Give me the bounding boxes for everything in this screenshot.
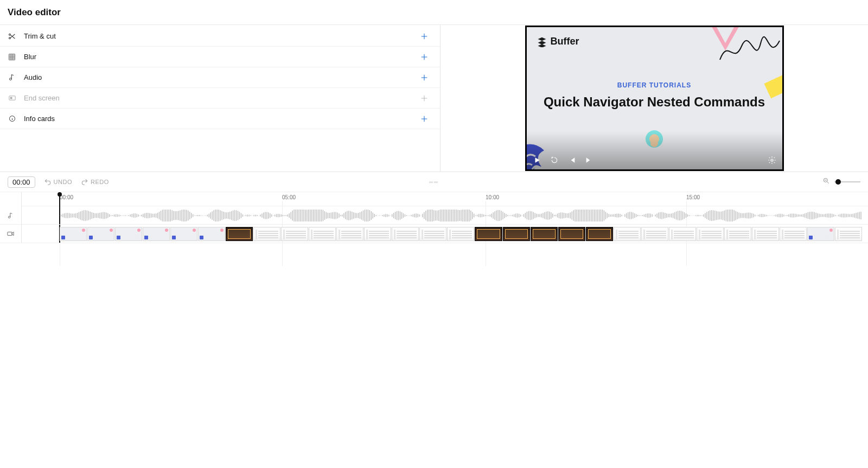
tool-audio-label: Audio [24,73,42,81]
video-thumb[interactable] [198,227,225,241]
video-thumb[interactable] [170,227,197,241]
tool-trim-label: Trim & cut [24,32,56,40]
audio-track-row[interactable] [22,206,868,225]
svg-point-9 [771,159,773,161]
preview-title: Quick Navigator Nested Commands [527,94,782,110]
decoration-scribble [717,33,782,71]
tool-trim-cut[interactable]: Trim & cut [0,26,440,47]
music-note-icon [8,73,16,82]
undo-button[interactable]: UNDO [44,178,72,186]
timeline-main[interactable]: 00:0005:0010:0015:00 [22,192,868,243]
video-thumb[interactable] [253,227,280,241]
video-thumb[interactable] [697,227,724,241]
tool-blur-label: Blur [24,53,36,61]
settings-icon[interactable] [767,155,777,165]
video-thumb[interactable] [724,227,751,241]
timeline-toolbar: 00:00 UNDO REDO ══ [0,172,868,192]
redo-label: REDO [91,179,109,185]
undo-label: UNDO [54,179,72,185]
audio-track-icon [0,206,21,225]
tool-audio[interactable]: Audio [0,67,440,88]
video-thumb[interactable] [60,227,87,241]
svg-point-3 [9,78,11,80]
video-thumb[interactable] [586,227,613,241]
zoom-control [822,177,860,187]
add-end-screen-button[interactable] [418,92,430,104]
svg-rect-12 [8,232,12,235]
skip-back-icon[interactable] [567,155,577,165]
video-thumb[interactable] [641,227,668,241]
ruler-tick: 10:00 [486,194,499,200]
video-thumb[interactable] [614,227,641,241]
video-thumbnails [60,227,863,241]
svg-point-0 [9,34,11,35]
video-thumb[interactable] [807,227,834,241]
video-thumb[interactable] [419,227,446,241]
tool-blur[interactable]: Blur [0,47,440,67]
video-thumb[interactable] [392,227,419,241]
brand: Buffer [537,36,579,47]
video-thumb[interactable] [475,227,502,241]
video-thumb[interactable] [558,227,585,241]
video-thumb[interactable] [281,227,308,241]
add-info-card-button[interactable] [418,113,430,125]
video-thumb[interactable] [835,227,862,241]
preview-panel: Buffer BUFFER TUTORIALS Quick Navigator … [441,25,868,172]
grid-icon [8,53,16,61]
video-track-icon [0,225,21,243]
skip-forward-icon[interactable] [584,155,594,165]
tool-end-screen[interactable]: End screen [0,88,440,109]
timeline: 00:0005:0010:0015:00 [0,192,868,243]
info-icon [8,115,16,123]
video-preview[interactable]: Buffer BUFFER TUTORIALS Quick Navigator … [525,26,784,171]
video-thumb[interactable] [531,227,558,241]
end-card-icon [8,94,16,103]
video-thumb[interactable] [87,227,114,241]
tools-panel: Trim & cut Blur Audio [0,25,441,172]
svg-point-1 [9,37,11,39]
svg-rect-2 [9,54,15,60]
tool-info-cards[interactable]: Info cards [0,109,440,129]
preview-controls [532,155,594,165]
zoom-slider[interactable] [834,181,860,182]
video-thumb[interactable] [669,227,696,241]
page-title: Video editor [8,7,61,18]
video-thumb[interactable] [503,227,530,241]
audio-waveform [60,210,863,222]
rewind-icon[interactable] [550,155,559,165]
video-thumb[interactable] [115,227,142,241]
ruler-tick: 05:00 [282,194,296,200]
video-thumb[interactable] [752,227,779,241]
video-track-row[interactable] [22,225,868,243]
timeline-ruler[interactable]: 00:0005:0010:0015:00 [22,192,868,206]
header: Video editor [0,0,868,25]
current-time-input[interactable]: 00:00 [8,176,35,188]
brand-logo-icon [537,36,547,47]
add-blur-button[interactable] [418,51,430,63]
zoom-out-icon[interactable] [822,177,830,187]
video-thumb[interactable] [447,227,474,241]
video-thumb[interactable] [336,227,363,241]
timeline-gutter [0,192,22,243]
add-audio-button[interactable] [418,72,430,84]
svg-rect-5 [10,97,12,99]
upper-panels: Trim & cut Blur Audio [0,25,868,172]
video-thumb[interactable] [226,227,253,241]
ruler-tick: 00:00 [60,194,73,200]
preview-subtitle: BUFFER TUTORIALS [527,81,782,89]
video-thumb[interactable] [309,227,336,241]
tool-end-screen-label: End screen [24,94,60,102]
tool-info-cards-label: Info cards [24,115,55,123]
video-thumb[interactable] [364,227,391,241]
video-thumb[interactable] [143,227,170,241]
ruler-tick: 15:00 [686,194,700,200]
play-icon[interactable] [532,155,542,165]
brand-name: Buffer [551,36,579,47]
scissors-icon [8,32,16,41]
panel-resize-handle[interactable]: ══ [429,179,439,185]
redo-button[interactable]: REDO [81,178,109,186]
add-trim-button[interactable] [418,30,430,42]
video-thumb[interactable] [780,227,807,241]
svg-point-11 [8,216,10,218]
